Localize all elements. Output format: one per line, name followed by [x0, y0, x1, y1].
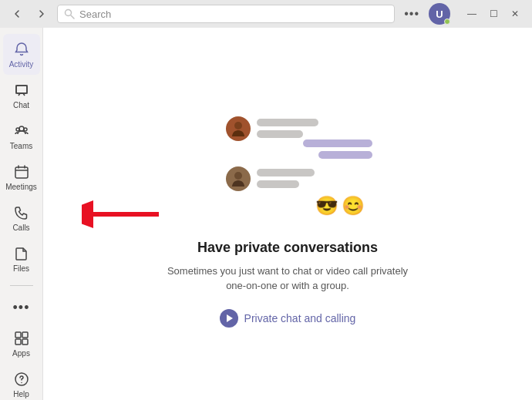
- search-bar[interactable]: Search: [57, 5, 395, 23]
- sidebar: Activity Chat: [0, 28, 43, 400]
- private-chat-link[interactable]: Private chat and calling: [220, 309, 356, 328]
- sidebar-item-activity-label: Activity: [9, 60, 34, 69]
- presence-dot: [444, 18, 450, 25]
- sidebar-item-meetings[interactable]: Meetings: [3, 156, 40, 197]
- titlebar: Search ••• U — ☐ ✕: [0, 0, 532, 28]
- empty-state-description: Sometimes you just want to chat or video…: [157, 264, 419, 294]
- window-controls: — ☐ ✕: [461, 5, 526, 23]
- maximize-button[interactable]: ☐: [483, 5, 504, 23]
- sidebar-item-teams-label: Teams: [10, 142, 32, 150]
- svg-line-1: [71, 15, 74, 18]
- files-icon: [12, 244, 31, 263]
- svg-point-4: [24, 128, 27, 131]
- minimize-button[interactable]: —: [461, 5, 483, 23]
- sidebar-item-chat[interactable]: Chat: [3, 75, 40, 116]
- avatar-initials: U: [436, 8, 443, 20]
- more-icon: •••: [12, 298, 31, 317]
- svg-point-0: [66, 10, 72, 16]
- teams-icon: [12, 122, 31, 140]
- sidebar-item-meetings-label: Meetings: [5, 183, 37, 191]
- play-icon: [220, 309, 238, 328]
- emoji-row: 😎 😊: [315, 195, 365, 217]
- svg-rect-10: [22, 339, 28, 345]
- sidebar-divider: [10, 285, 33, 286]
- sidebar-item-calls-label: Calls: [12, 224, 29, 232]
- chat-icon: [12, 81, 31, 99]
- sidebar-item-help[interactable]: Help: [3, 364, 40, 400]
- forward-button[interactable]: [31, 3, 52, 25]
- sidebar-item-activity[interactable]: Activity: [3, 34, 40, 75]
- svg-point-16: [234, 172, 242, 180]
- illustration: 😎 😊: [187, 101, 388, 224]
- close-button[interactable]: ✕: [504, 5, 526, 23]
- back-button[interactable]: [6, 3, 28, 25]
- empty-state: 😎 😊 Have private conversations Sometimes…: [157, 101, 419, 328]
- main-layout: Activity Chat: [0, 28, 532, 400]
- svg-rect-9: [15, 339, 21, 345]
- svg-point-5: [16, 128, 19, 131]
- avatar[interactable]: U: [429, 3, 450, 25]
- svg-point-15: [234, 122, 242, 129]
- sidebar-item-more[interactable]: •••: [3, 292, 40, 323]
- nav-buttons: [6, 3, 52, 25]
- red-arrow-indicator: [82, 199, 167, 230]
- svg-rect-2: [16, 86, 27, 93]
- avatar2-icon: [231, 170, 246, 188]
- empty-state-title: Have private conversations: [197, 240, 378, 256]
- svg-rect-7: [15, 332, 21, 338]
- content-area: 😎 😊 Have private conversations Sometimes…: [43, 28, 532, 400]
- sidebar-item-apps[interactable]: Apps: [3, 323, 40, 364]
- bell-icon: [12, 40, 31, 59]
- sidebar-bottom: Apps Help: [3, 323, 40, 400]
- calendar-icon: [12, 163, 31, 181]
- private-chat-label: Private chat and calling: [244, 312, 356, 324]
- more-options-button[interactable]: •••: [399, 4, 424, 24]
- svg-point-3: [19, 126, 24, 131]
- apps-icon: [12, 329, 31, 348]
- help-icon: [12, 370, 31, 388]
- sidebar-item-files[interactable]: Files: [3, 238, 40, 279]
- search-icon: [64, 8, 75, 19]
- play-triangle: [227, 314, 233, 322]
- avatar1-icon: [231, 119, 246, 138]
- sidebar-item-help-label: Help: [13, 390, 29, 398]
- sidebar-item-apps-label: Apps: [12, 349, 30, 358]
- search-placeholder: Search: [79, 8, 111, 20]
- red-arrow: [68, 183, 160, 214]
- phone-icon: [12, 203, 31, 222]
- svg-point-12: [21, 382, 22, 384]
- sidebar-item-chat-label: Chat: [13, 101, 29, 109]
- svg-rect-8: [22, 332, 28, 338]
- sidebar-item-files-label: Files: [13, 264, 29, 273]
- sidebar-item-calls[interactable]: Calls: [3, 197, 40, 238]
- sidebar-item-teams[interactable]: Teams: [3, 116, 40, 156]
- svg-rect-6: [15, 167, 28, 178]
